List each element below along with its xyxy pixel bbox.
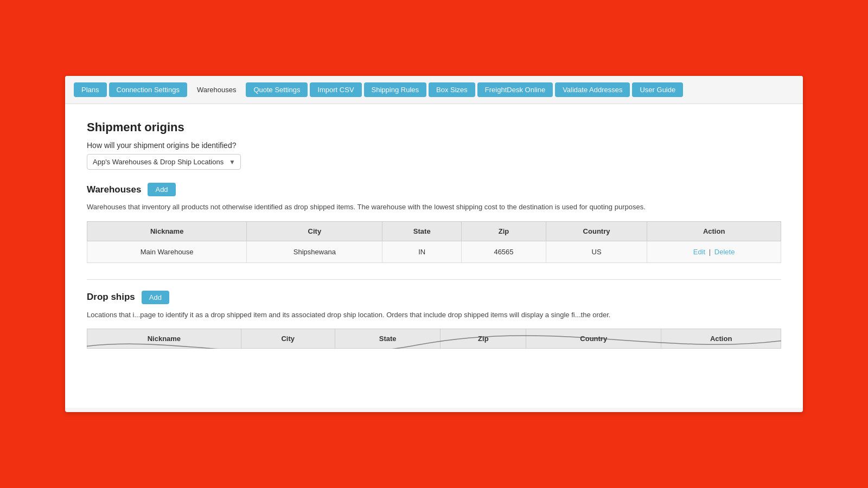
shipment-origins-title: Shipment origins [87,120,781,134]
drop-col-country: Country [526,329,661,349]
drop-ships-title: Drop ships [87,292,135,303]
tab-user-guide[interactable]: User Guide [632,82,683,97]
shipment-origins-question: How will your shipment origins be identi… [87,141,781,150]
shipment-origins-section: Shipment origins How will your shipment … [87,120,781,183]
delete-link[interactable]: Delete [714,248,735,256]
cell-country: US [546,241,647,262]
col-state: State [382,221,462,241]
col-country: Country [546,221,647,241]
drop-col-action: Action [661,329,781,349]
origins-dropdown[interactable]: App's Warehouses & Drop Ship Locations S… [87,154,241,170]
cell-city: Shipshewana [247,241,382,262]
tab-shipping-rules[interactable]: Shipping Rules [364,82,426,97]
cell-state: IN [382,241,462,262]
tab-import-csv[interactable]: Import CSV [310,82,361,97]
tab-plans[interactable]: Plans [74,82,107,97]
tab-freightdesk-online[interactable]: FreightDesk Online [477,82,553,97]
col-city: City [247,221,382,241]
table-row: Main Warehouse Shipshewana IN 46565 US E… [87,241,781,262]
cell-zip: 46565 [462,241,546,262]
drop-col-zip: Zip [441,329,526,349]
cell-nickname: Main Warehouse [87,241,247,262]
warehouses-table-header-row: Nickname City State Zip Country Action [87,221,781,241]
drop-ships-add-button[interactable]: Add [142,291,169,304]
col-action: Action [647,221,781,241]
warehouses-table: Nickname City State Zip Country Action M… [87,221,781,263]
tab-connection-settings[interactable]: Connection Settings [109,82,187,97]
col-zip: Zip [462,221,546,241]
drop-col-city: City [241,329,335,349]
drop-ships-header: Drop ships Add [87,291,781,304]
col-nickname: Nickname [87,221,247,241]
desc-middle: page to identify it as a drop shipped it… [140,311,575,319]
drop-ships-section: Drop ships Add Locations that i...page t… [87,291,781,349]
edit-link[interactable]: Edit [693,248,705,256]
warehouses-section: Warehouses Add Warehouses that inventory… [87,183,781,263]
tab-validate-addresses[interactable]: Validate Addresses [555,82,630,97]
origins-select-wrapper: App's Warehouses & Drop Ship Locations S… [87,154,241,170]
section-divider [87,279,781,280]
drop-ships-table-header-row: Nickname City State Zip Country Action [87,329,781,349]
desc-end: the order. [581,311,611,319]
warehouses-title: Warehouses [87,184,141,195]
drop-ships-description: Locations that i...page to identify it a… [87,310,781,320]
drop-ships-table: Nickname City State Zip Country Action [87,329,781,349]
drop-col-nickname: Nickname [87,329,241,349]
drop-col-state: State [335,329,441,349]
warehouses-add-button[interactable]: Add [148,183,175,196]
tab-warehouses[interactable]: Warehouses [189,82,244,97]
action-separator: | [709,248,713,256]
tab-quote-settings[interactable]: Quote Settings [246,82,308,97]
warehouses-description: Warehouses that inventory all products n… [87,202,781,213]
cell-action: Edit | Delete [647,241,781,262]
tab-box-sizes[interactable]: Box Sizes [429,82,475,97]
tab-bar: Plans Connection Settings Warehouses Quo… [65,76,803,104]
warehouses-header: Warehouses Add [87,183,781,196]
desc-start: Locations that i [87,311,134,319]
main-container: Plans Connection Settings Warehouses Quo… [65,76,803,412]
content-area: Shipment origins How will your shipment … [65,104,803,408]
